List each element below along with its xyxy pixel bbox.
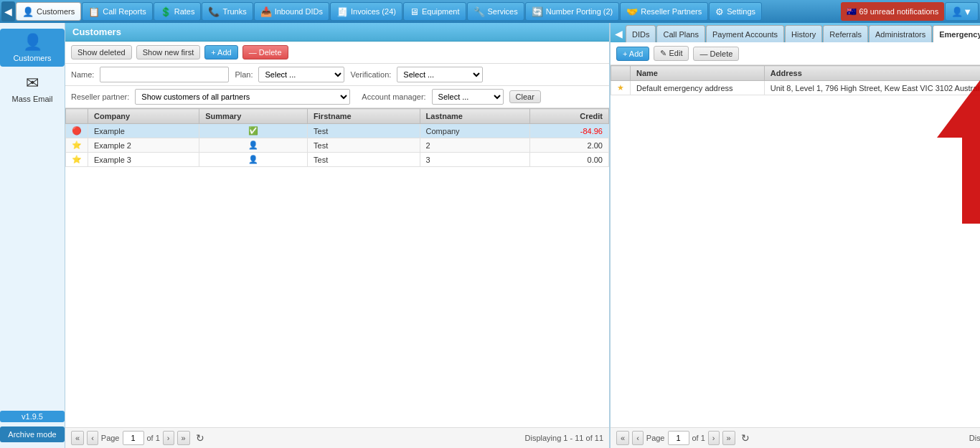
- top-navigation: ◀ 👤 Customers 📋 Call Reports 💲 Rates 📞 T…: [0, 0, 980, 23]
- filter-row-1: Name: Plan: Select ... Verification: Sel…: [65, 64, 609, 86]
- customers-table: Company Summary Firstname Lastname Credi…: [65, 108, 609, 167]
- customers-icon: 👤: [22, 6, 34, 17]
- page-of-label: of 1: [147, 434, 160, 442]
- next-page-button[interactable]: ›: [163, 431, 174, 445]
- account-manager-filter-label: Account manager:: [362, 92, 425, 101]
- nav-tab-trunks-label: Trunks: [222, 7, 246, 16]
- account-manager-filter-select[interactable]: Select ...: [432, 89, 504, 105]
- right-delete-button[interactable]: — Delete: [693, 47, 739, 61]
- customers-table-container: Company Summary Firstname Lastname Credi…: [65, 108, 609, 427]
- last-page-button[interactable]: »: [177, 431, 190, 445]
- customer-row[interactable]: 🔴 Example ✅ Test Company -84.96: [66, 124, 609, 138]
- clear-filter-button[interactable]: Clear: [509, 90, 541, 103]
- trunks-icon: 📞: [208, 6, 220, 17]
- right-table-container: Name Address ★ Default emergency address…: [611, 65, 980, 427]
- services-icon: 🔧: [473, 6, 485, 17]
- emergency-address-row[interactable]: ★ Default emergency address Unit 8, Leve…: [611, 81, 981, 95]
- verification-filter-select[interactable]: Select ...: [397, 67, 483, 82]
- row-summary: 👤: [199, 138, 308, 153]
- customer-row[interactable]: ⭐ Example 2 👤 Test 2 2.00: [66, 138, 609, 153]
- col-summary: Summary: [199, 109, 308, 124]
- call-reports-icon: 📋: [88, 6, 100, 17]
- add-button[interactable]: + Add: [204, 45, 237, 59]
- reseller-filter-select[interactable]: Show customers of all partners: [135, 89, 350, 105]
- page-number-input[interactable]: [123, 431, 144, 445]
- first-page-button[interactable]: «: [71, 431, 84, 445]
- right-last-page-button[interactable]: »: [722, 431, 735, 445]
- tab-call-plans[interactable]: Call Plans: [656, 25, 705, 42]
- customers-sidebar-icon: 👤: [23, 33, 42, 52]
- name-filter-input[interactable]: [100, 67, 229, 82]
- nav-tab-inbound-dids[interactable]: 📥 Inbound DIDs: [254, 2, 329, 21]
- nav-tab-call-reports[interactable]: 📋 Call Reports: [82, 2, 153, 21]
- row-address-name: Default emergency address: [631, 81, 765, 95]
- notifications-label: 69 unread notifications: [859, 7, 938, 16]
- refresh-button[interactable]: ↻: [193, 431, 207, 445]
- left-pagination: « ‹ Page of 1 › » ↻ Displaying 1 - 11 of…: [65, 427, 609, 448]
- nav-tab-number-porting[interactable]: 🔄 Number Porting (2): [525, 2, 620, 21]
- nav-tab-invoices-label: Invoices (24): [351, 7, 396, 16]
- nav-tab-settings[interactable]: ⚙ Settings: [709, 2, 762, 21]
- tab-emergency-addresses[interactable]: Emergency addresses: [933, 25, 980, 42]
- sidebar-customers-label: Customers: [13, 54, 51, 62]
- emergency-addresses-table: Name Address ★ Default emergency address…: [611, 65, 980, 95]
- tab-dids-label: DIDs: [632, 30, 649, 39]
- delete-button[interactable]: — Delete: [242, 45, 288, 59]
- col-firstname: Firstname: [308, 109, 420, 124]
- sidebar-mass-email-label: Mass Email: [12, 95, 53, 103]
- show-deleted-button[interactable]: Show deleted: [71, 45, 132, 59]
- tab-administrators[interactable]: Administrators: [869, 25, 932, 42]
- customer-row[interactable]: ⭐ Example 3 👤 Test 3 0.00: [66, 153, 609, 167]
- sidebar: 👤 Customers ✉ Mass Email v1.9.5 Archive …: [0, 23, 65, 448]
- reseller-partners-icon: 🤝: [626, 6, 638, 17]
- right-panel-wrapper: ◀ DIDs Call Plans Payment Accounts Histo…: [611, 23, 980, 448]
- right-add-button[interactable]: + Add: [616, 47, 649, 61]
- right-prev-page-button[interactable]: ‹: [632, 431, 644, 445]
- right-tabs-left-arrow[interactable]: ◀: [613, 28, 625, 39]
- notifications-button[interactable]: 🇦🇺 69 unread notifications: [841, 2, 944, 21]
- tab-history[interactable]: History: [785, 25, 822, 42]
- verification-filter-label: Verification:: [350, 70, 391, 79]
- mass-email-sidebar-icon: ✉: [26, 74, 39, 92]
- right-first-page-button[interactable]: «: [616, 431, 629, 445]
- row-address-value: Unit 8, Level 1, 796 High Street, Kew Ea…: [764, 81, 980, 95]
- nav-tab-trunks[interactable]: 📞 Trunks: [202, 2, 253, 21]
- name-filter-label: Name:: [71, 70, 94, 79]
- nav-tab-customers-label: Customers: [37, 7, 75, 16]
- nav-tab-invoices[interactable]: 🧾 Invoices (24): [330, 2, 402, 21]
- right-toolbar: + Add ✎ Edit — Delete: [611, 42, 980, 65]
- nav-tab-equipment[interactable]: 🖥 Equipment: [403, 2, 466, 21]
- nav-tab-customers[interactable]: 👤 Customers: [16, 2, 81, 21]
- sidebar-item-mass-email[interactable]: ✉ Mass Email: [0, 70, 65, 108]
- col-icon: [66, 109, 88, 124]
- tab-payment-accounts[interactable]: Payment Accounts: [706, 25, 784, 42]
- prev-page-button[interactable]: ‹: [87, 431, 98, 445]
- tab-history-label: History: [791, 30, 816, 39]
- col-lastname: Lastname: [420, 109, 530, 124]
- nav-tab-services[interactable]: 🔧 Services: [467, 2, 524, 21]
- right-page-label: Page: [646, 434, 665, 442]
- right-next-page-button[interactable]: ›: [708, 431, 720, 445]
- tab-referrals[interactable]: Referrals: [823, 25, 868, 42]
- right-edit-button[interactable]: ✎ Edit: [654, 46, 689, 61]
- tab-dids[interactable]: DIDs: [626, 25, 656, 42]
- right-refresh-button[interactable]: ↻: [738, 431, 753, 445]
- inbound-dids-icon: 📥: [260, 6, 272, 17]
- row-credit: -84.96: [530, 124, 609, 138]
- user-button[interactable]: 👤▼: [945, 2, 979, 21]
- nav-tab-reseller-partners[interactable]: 🤝 Reseller Partners: [620, 2, 708, 21]
- right-panel: ◀ DIDs Call Plans Payment Accounts Histo…: [611, 23, 980, 448]
- row-status-icon: 🔴: [66, 124, 88, 138]
- row-lastname: 3: [420, 153, 530, 167]
- sidebar-item-customers[interactable]: 👤 Customers: [0, 29, 65, 67]
- archive-mode-button[interactable]: Archive mode: [0, 426, 65, 442]
- show-new-first-button[interactable]: Show new first: [136, 45, 201, 59]
- right-panel-tabs: ◀ DIDs Call Plans Payment Accounts Histo…: [611, 23, 980, 42]
- nav-tab-rates[interactable]: 💲 Rates: [154, 2, 202, 21]
- nav-tab-inbound-dids-label: Inbound DIDs: [275, 7, 323, 16]
- right-page-number-input[interactable]: [668, 431, 689, 445]
- row-credit: 2.00: [530, 138, 609, 153]
- row-star-icon: ★: [611, 81, 631, 95]
- nav-left-arrow[interactable]: ◀: [1, 1, 15, 22]
- plan-filter-select[interactable]: Select ...: [258, 67, 344, 82]
